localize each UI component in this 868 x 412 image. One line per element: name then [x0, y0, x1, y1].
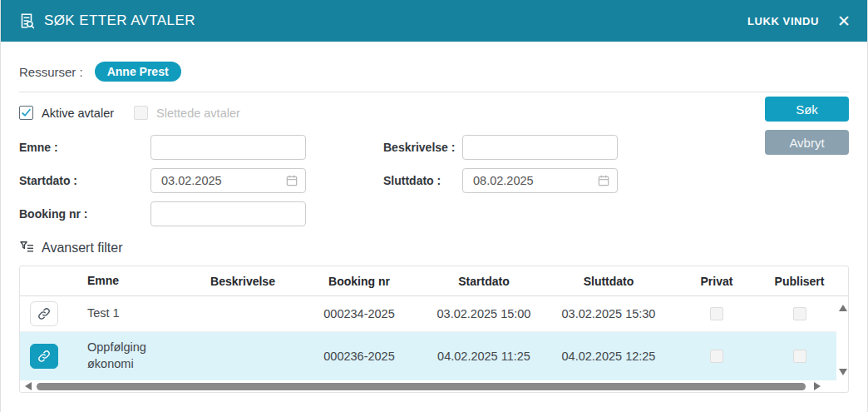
table-row[interactable]: Oppfølging økonomi 000236-2025 04.02.202…	[20, 332, 836, 380]
advanced-filter-label: Avansert filter	[42, 241, 123, 256]
filter-form: Emne : Beskrivelse : Startdato : Sluttda…	[19, 135, 849, 226]
publisert-checkbox	[793, 307, 806, 320]
close-window-link[interactable]: LUKK VINDU	[747, 15, 819, 27]
booking-nr-label: Booking nr :	[19, 207, 150, 221]
publisert-checkbox	[793, 350, 806, 363]
resources-label: Ressurser :	[19, 65, 83, 79]
link-icon	[37, 350, 51, 363]
header-booking-nr: Booking nr	[297, 275, 422, 288]
booking-nr-input[interactable]	[150, 201, 306, 226]
cell-sluttdato: 03.02.2025 15:30	[546, 307, 671, 320]
search-button[interactable]: Søk	[765, 97, 849, 122]
cancel-button[interactable]: Avbryt	[765, 130, 849, 155]
scroll-left-arrow[interactable]	[25, 382, 32, 390]
table-header-row: Emne Beskrivelse Booking nr Startdato Sl…	[20, 266, 848, 296]
action-buttons: Søk Avbryt	[765, 97, 849, 155]
header-emne: Emne	[68, 273, 189, 289]
open-appointment-link-button[interactable]	[30, 344, 58, 369]
dialog-title: SØK ETTER AVTALER	[44, 12, 195, 29]
header-startdato: Startdato	[422, 275, 546, 288]
startdato-label: Startdato :	[19, 174, 150, 187]
sluttdato-input[interactable]	[462, 168, 618, 193]
advanced-filter-toggle[interactable]: Avansert filter	[19, 240, 849, 256]
header-publisert: Publisert	[762, 275, 836, 288]
close-icon[interactable]: ✕	[837, 13, 851, 29]
resource-chip: Anne Prest	[95, 62, 181, 82]
filter-list-icon	[19, 240, 35, 256]
deleted-appointments-label: Slettede avtaler	[156, 107, 240, 120]
header-beskrivelse: Beskrivelse	[189, 275, 297, 288]
cell-booking-nr: 000236-2025	[297, 350, 422, 363]
startdato-input[interactable]	[150, 168, 306, 193]
cell-emne: Oppfølging økonomi	[68, 340, 189, 372]
emne-input[interactable]	[150, 135, 306, 160]
deleted-appointments-checkbox	[134, 106, 148, 120]
beskrivelse-input[interactable]	[462, 135, 618, 160]
filter-section: Aktive avtaler Slettede avtaler Emne : B…	[19, 92, 849, 226]
document-search-icon	[17, 12, 36, 30]
active-appointments-checkbox[interactable]	[19, 106, 33, 120]
privat-checkbox	[710, 307, 723, 320]
calendar-icon[interactable]	[597, 174, 610, 187]
sluttdato-label: Sluttdato :	[383, 174, 462, 187]
status-checkbox-row: Aktive avtaler Slettede avtaler	[19, 106, 849, 120]
active-appointments-label: Aktive avtaler	[42, 107, 114, 120]
table-row[interactable]: Test 1 000234-2025 03.02.2025 15:00 03.0…	[20, 296, 836, 332]
cell-startdato: 04.02.2025 11:25	[422, 350, 546, 363]
scroll-right-arrow[interactable]	[814, 382, 821, 390]
beskrivelse-label: Beskrivelse :	[383, 141, 462, 154]
results-table: Emne Beskrivelse Booking nr Startdato Sl…	[19, 266, 849, 393]
resources-row: Ressurser : Anne Prest	[19, 62, 849, 82]
vertical-scrollbar[interactable]	[836, 296, 850, 380]
calendar-icon[interactable]	[285, 174, 298, 187]
search-appointments-dialog: SØK ETTER AVTALER LUKK VINDU ✕ Ressurser…	[0, 0, 868, 412]
horizontal-scrollbar-thumb[interactable]	[37, 383, 806, 390]
horizontal-scrollbar[interactable]	[20, 380, 848, 392]
cell-booking-nr: 000234-2025	[297, 307, 422, 320]
dialog-titlebar: SØK ETTER AVTALER LUKK VINDU ✕	[1, 0, 867, 42]
scroll-down-arrow[interactable]	[839, 369, 847, 375]
cell-sluttdato: 04.02.2025 12:25	[546, 350, 671, 363]
cell-startdato: 03.02.2025 15:00	[422, 307, 546, 320]
emne-label: Emne :	[19, 141, 150, 154]
privat-checkbox	[710, 350, 723, 363]
scroll-up-arrow[interactable]	[839, 305, 847, 311]
link-icon	[37, 307, 51, 320]
header-privat: Privat	[671, 275, 762, 288]
check-icon	[21, 107, 32, 118]
cell-emne: Test 1	[68, 305, 189, 322]
open-appointment-link-button[interactable]	[30, 301, 58, 326]
header-sluttdato: Sluttdato	[546, 275, 671, 288]
